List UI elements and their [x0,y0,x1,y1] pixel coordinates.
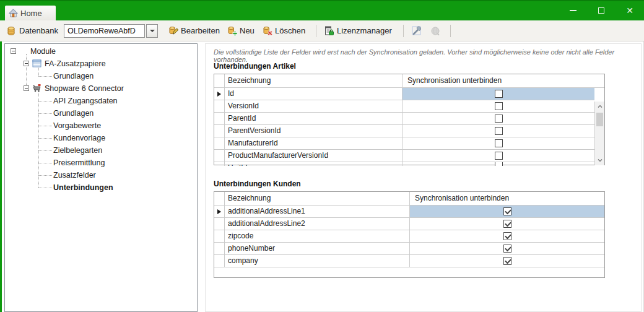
sync-notice: Die vollständige Liste der Felder wird e… [214,48,635,63]
tree-item-vorgabewerte[interactable]: Vorgabewerte [5,119,197,132]
row-selector[interactable] [214,243,225,254]
collapse-icon[interactable] [24,85,29,91]
close-icon: ✕ [626,6,633,15]
table-row[interactable]: VersionId [214,100,594,113]
scroll-up-button[interactable] [595,102,604,111]
row-selector[interactable] [214,125,225,137]
scrollbar-thumb[interactable] [596,113,603,126]
table-row[interactable]: zipcode [214,230,604,243]
neu-button[interactable]: Neu [240,20,255,41]
database-combobox-dropdown[interactable] [146,24,158,38]
database-add-icon [227,26,237,36]
table-row[interactable]: additionalAddressLine2 [214,218,604,230]
database-delete-icon [263,26,272,36]
checkbox[interactable] [495,139,503,147]
wrench-icon [411,25,422,37]
tree-item-grundlagen-fa[interactable]: Grundlagen [5,70,197,82]
grid-header: Bezeichnung Synchronisation unterbinden [214,192,604,206]
table-row[interactable]: Id [214,88,594,100]
tree-item-preisermittlung[interactable]: Preisermittlung [5,157,197,169]
toolbar-separator [450,25,451,37]
checkbox[interactable] [503,257,511,265]
module-tree: Module FA-Zusatzpapiere Grundlagen Sh [4,43,198,312]
column-header-synchronisation[interactable]: Synchronisation unterbinden [410,192,604,205]
lizenzmanager-button[interactable]: Lizenzmanager [337,20,392,41]
tree-item-module[interactable]: Module [5,45,197,58]
titlebar [0,0,644,20]
tools-button[interactable] [409,24,424,38]
tree-item-unterbindungen[interactable]: Unterbindungen [5,181,197,194]
close-button[interactable]: ✕ [616,0,644,20]
toolbar-separator [316,25,316,37]
tab-home[interactable]: Home [5,6,56,20]
row-selector[interactable] [214,100,225,112]
row-selector[interactable] [214,162,225,166]
maximize-button[interactable] [587,0,616,20]
row-selector-header [214,192,225,205]
chevron-down-icon [150,30,155,32]
tree-item-zusatzfelder[interactable]: Zusatzfelder [5,169,197,181]
home-icon [9,9,18,18]
row-selector[interactable] [214,206,225,217]
checkbox[interactable] [495,115,503,123]
chevron-down-icon [598,158,603,163]
datenbank-label: Datenbank [19,20,58,41]
papers-icon [32,59,41,68]
table-row[interactable]: ManufacturerId [214,137,594,150]
row-selector[interactable] [214,230,225,242]
table-row-partial[interactable]: UnitId [214,162,594,166]
column-header-synchronisation[interactable]: Synchronisation unterbinden [402,74,604,87]
globe-button[interactable] [428,24,443,38]
minimize-button[interactable] [559,0,587,20]
checkbox[interactable] [495,102,503,110]
database-combobox-field[interactable]: OLDemoReweAbfD [64,24,145,38]
bearbeiten-button[interactable]: Bearbeiten [181,20,220,41]
collapse-icon[interactable] [11,48,16,54]
checkbox[interactable] [503,220,511,228]
column-header-bezeichnung[interactable]: Bezeichnung [225,192,410,205]
tab-home-label: Home [20,9,42,18]
toolbar-separator [403,25,404,37]
vertical-scrollbar[interactable] [594,102,604,165]
row-selector[interactable] [214,113,225,124]
table-row[interactable]: company [214,255,604,267]
license-manager-icon [324,26,334,36]
loeschen-button[interactable]: Löschen [275,20,305,41]
toolbar: Datenbank OLDemoReweAbfD Bearbeiten Neu [0,20,644,41]
maximize-icon [598,7,604,14]
checkbox[interactable] [503,245,511,253]
row-selector[interactable] [214,218,225,230]
artikel-grid: Bezeichnung Synchronisation unterbinden … [214,74,605,165]
tree-item-zielbelegarten[interactable]: Zielbelegarten [5,144,197,157]
checkbox[interactable] [503,232,511,240]
table-row[interactable]: additionalAddressLine1 [214,206,604,218]
checkbox[interactable] [495,162,503,166]
row-selector[interactable] [214,137,225,149]
table-row[interactable]: ParentId [214,113,594,125]
table-row[interactable]: ProductManufacturerVersionId [214,150,594,162]
tree-item-kundenvorlage[interactable]: Kundenvorlage [5,132,197,144]
scroll-down-button[interactable] [595,155,604,165]
checkbox[interactable] [503,207,511,215]
row-selector[interactable] [214,255,225,267]
database-icon [6,26,16,36]
collapse-icon[interactable] [24,61,29,66]
checkbox[interactable] [495,90,503,98]
checkbox[interactable] [495,127,503,135]
window-controls: ✕ [559,0,644,20]
column-header-bezeichnung[interactable]: Bezeichnung [225,74,402,87]
row-selector-header [214,74,225,87]
tree-item-grundlagen[interactable]: Grundlagen [5,107,197,119]
table-row[interactable]: ParentVersionId [214,125,594,137]
window-border [0,20,2,312]
settings-panel: Die vollständige Liste der Felder wird e… [205,43,642,312]
globe-icon [430,26,441,37]
table-row[interactable]: phoneNumber [214,243,604,255]
row-selector[interactable] [214,150,225,162]
tree-item-api-zugangsdaten[interactable]: API Zugangsdaten [5,95,197,107]
checkbox[interactable] [495,152,503,160]
section-title-artikel: Unterbindungen Artikel [214,62,296,71]
tree-item-shopware6-connector[interactable]: Shopware 6 Connector [5,82,197,95]
row-selector[interactable] [214,88,225,100]
tree-item-fa-zusatzpapiere[interactable]: FA-Zusatzpapiere [5,58,197,70]
